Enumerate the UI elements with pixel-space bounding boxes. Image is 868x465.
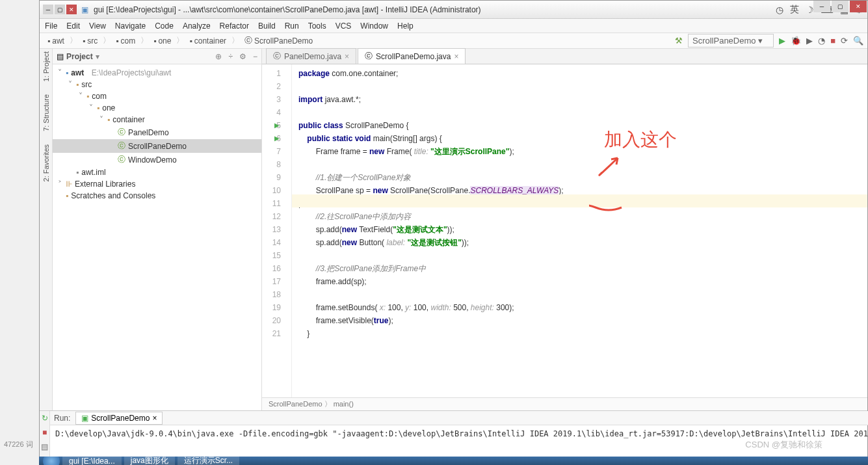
menu-code[interactable]: Code [155,21,174,31]
os-maximize-button[interactable]: ▢ [832,1,848,12]
os-minimize-button[interactable]: ─ [813,1,830,12]
code-area[interactable]: package com.one.container; import java.a… [292,64,867,397]
menu-window[interactable]: Window [360,21,388,31]
minimize-button[interactable]: ─ [43,5,53,14]
project-panel-title: Project [66,52,93,61]
build-icon[interactable]: ⚒ [675,36,683,46]
maximize-button[interactable]: ▢ [55,5,65,14]
tool-favorites[interactable]: 2: Favorites [42,144,50,181]
coverage-icon[interactable]: ▶ [806,36,813,46]
editor: ⓒPanelDemo.java× ⓒScrollPaneDemo.java× 1… [262,49,867,410]
tab-paneldemo[interactable]: ⓒPanelDemo.java× [266,48,356,64]
close-icon[interactable]: × [454,52,458,61]
sidebar-target-icon[interactable]: ÷ [228,52,233,61]
run-icon[interactable]: ▶ [779,36,785,46]
start-button[interactable] [43,457,60,465]
close-icon[interactable]: × [345,52,349,61]
titlebar: ─ ▢ ✕ ▣ gui [E:\IdeaProjects\gui] - ...\… [40,1,867,19]
close-button[interactable]: ✕ [66,5,77,14]
watermark: CSDN @复驰和徐策 [745,439,822,451]
lang-indicator[interactable]: 英 [790,4,799,16]
menu-refactor[interactable]: Refactor [220,21,249,31]
menu-analyze[interactable]: Analyze [183,21,211,31]
tool-structure[interactable]: 7: Structure [42,94,50,131]
taskbar-item[interactable]: gui [E:\Idea... [62,457,122,465]
tab-scrollpanedemo[interactable]: ⓒScrollPaneDemo.java× [358,48,466,64]
menu-vcs[interactable]: VCS [335,21,352,31]
taskbar-item[interactable]: java图形化 [124,457,175,465]
clock-icon[interactable]: ◷ [776,5,783,15]
menu-file[interactable]: File [45,21,57,31]
menu-edit[interactable]: Edit [66,21,80,31]
profile-icon[interactable]: ◔ [818,36,825,46]
sidebar-hide-icon[interactable]: − [253,52,257,61]
taskbar-item[interactable]: 运行演示Scr... [178,457,239,465]
editor-breadcrumb[interactable]: ScrollPaneDemo 〉 main() [262,397,867,410]
navbar: ▪awt〉 ▪src〉 ▪com〉 ▪one〉 ▪container〉 ⓒScr… [40,33,867,49]
search-icon[interactable]: 🔍 [853,36,863,46]
os-close-button[interactable]: ✕ [850,1,867,12]
word-counter: 47226 词 [4,440,33,449]
menu-tools[interactable]: Tools [308,21,326,31]
menubar: File Edit View Navigate Code Analyze Ref… [40,19,867,33]
tool-project[interactable]: 1: Project [42,51,50,81]
sidebar-gear-icon[interactable]: ⚙ [239,52,246,61]
menu-help[interactable]: Help [397,21,414,31]
editor-tabs: ⓒPanelDemo.java× ⓒScrollPaneDemo.java× [262,49,867,64]
tree-selected-file[interactable]: ⓒScrollPaneDemo [53,139,261,153]
run-tab[interactable]: ▣ScrollPaneDemo× [75,412,163,425]
update-icon[interactable]: ⟳ [841,36,848,46]
menu-navigate[interactable]: Navigate [115,21,146,31]
line-gutter[interactable]: 12345▶6▶789101112131415161718192021 [262,64,292,397]
project-tree[interactable]: ˅▪awt E:\IdeaProjects\gui\awt ˅▪src ˅▪co… [53,64,261,410]
window-title: gui [E:\IdeaProjects\gui] - ...\awt\src\… [94,5,481,14]
debug-icon[interactable]: 🐞 [791,36,801,46]
menu-view[interactable]: View [89,21,106,31]
taskbar[interactable]: gui [E:\Idea... java图形化 运行演示Scr... [39,457,868,465]
layout-icon[interactable]: ▤ [41,442,48,451]
stop-icon[interactable]: ■ [830,36,835,46]
sidebar-collapse-icon[interactable]: ⊕ [215,52,222,61]
menu-build[interactable]: Build [258,21,276,31]
run-label: Run: [54,414,70,423]
project-sidebar: ▤ Project ▾ ⊕ ÷ ⚙ − ˅▪awt E:\IdeaProject… [53,49,262,410]
menu-run[interactable]: Run [285,21,299,31]
breadcrumb[interactable]: ▪awt〉 ▪src〉 ▪com〉 ▪one〉 ▪container〉 ⓒScr… [44,34,317,47]
stop-icon[interactable]: ■ [42,428,47,437]
run-config-selector[interactable]: ScrollPaneDemo ▾ [688,34,774,47]
left-tool-strip: 1: Project 7: Structure 2: Favorites [40,49,53,410]
rerun-icon[interactable]: ↻ [42,414,48,423]
